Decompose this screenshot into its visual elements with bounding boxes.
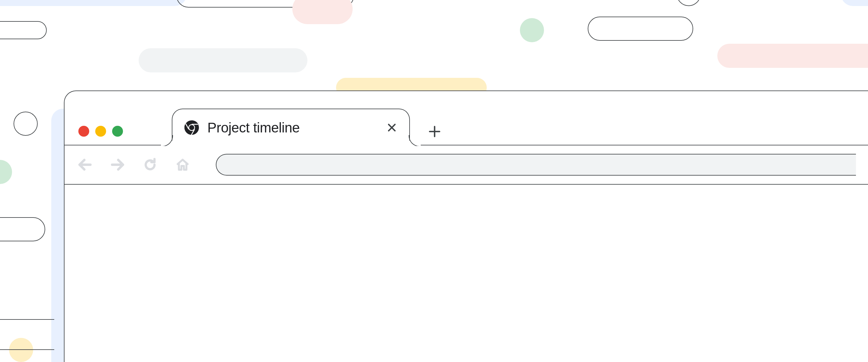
bg-decoration — [138, 48, 307, 73]
bg-decoration — [841, 0, 868, 6]
bg-decoration — [13, 112, 38, 136]
bg-decoration — [717, 44, 868, 68]
browser-tab[interactable]: Project timeline — [172, 109, 410, 146]
window-maximize-button[interactable] — [112, 126, 123, 137]
svg-point-2 — [189, 125, 194, 130]
bg-decoration — [0, 349, 54, 350]
bg-decoration — [9, 338, 33, 362]
tab-title: Project timeline — [207, 119, 378, 136]
bg-decoration — [0, 319, 54, 320]
forward-button[interactable] — [109, 156, 126, 173]
window-controls — [79, 126, 123, 137]
bg-decoration — [0, 217, 45, 241]
new-tab-button[interactable] — [427, 124, 442, 139]
tab-strip: Project timeline — [64, 91, 868, 145]
bg-decoration — [0, 0, 187, 6]
browser-content — [64, 185, 868, 362]
chrome-icon — [184, 120, 199, 135]
close-tab-button[interactable] — [386, 122, 397, 133]
home-button[interactable] — [174, 156, 191, 173]
browser-toolbar — [64, 145, 868, 185]
bg-decoration — [0, 21, 47, 39]
back-button[interactable] — [76, 156, 93, 173]
bg-decoration — [588, 17, 693, 41]
bg-decoration — [677, 0, 701, 6]
address-bar[interactable] — [216, 154, 856, 175]
browser-window: Project timeline — [64, 90, 868, 362]
window-close-button[interactable] — [79, 126, 89, 137]
bg-decoration — [292, 0, 352, 24]
bg-decoration — [520, 18, 544, 42]
window-minimize-button[interactable] — [95, 126, 106, 137]
reload-button[interactable] — [142, 156, 158, 173]
bg-decoration — [0, 160, 12, 184]
